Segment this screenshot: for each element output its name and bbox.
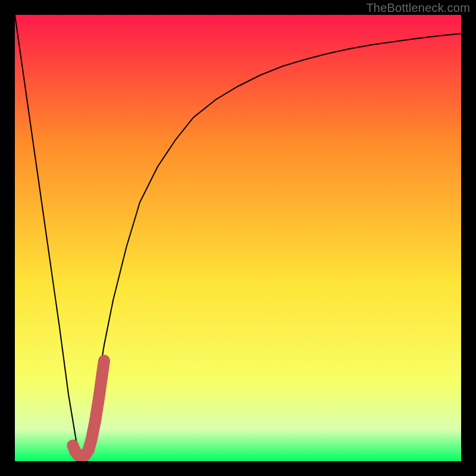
curves-layer [15, 15, 461, 461]
chart-frame: TheBottleneck.com [0, 0, 476, 476]
plot-area [15, 15, 461, 461]
watermark-text: TheBottleneck.com [366, 1, 470, 15]
bottleneck-curve [15, 15, 461, 457]
highlight-j-marker [73, 361, 105, 456]
